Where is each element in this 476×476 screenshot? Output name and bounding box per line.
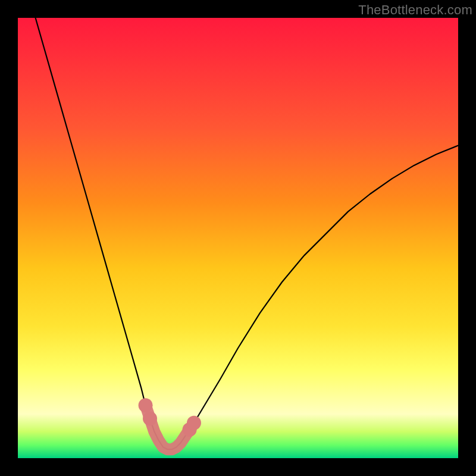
outer-black-frame: TheBottleneck.com bbox=[0, 0, 476, 476]
watermark-text: TheBottleneck.com bbox=[358, 2, 472, 18]
gradient-plot-area bbox=[18, 18, 458, 458]
